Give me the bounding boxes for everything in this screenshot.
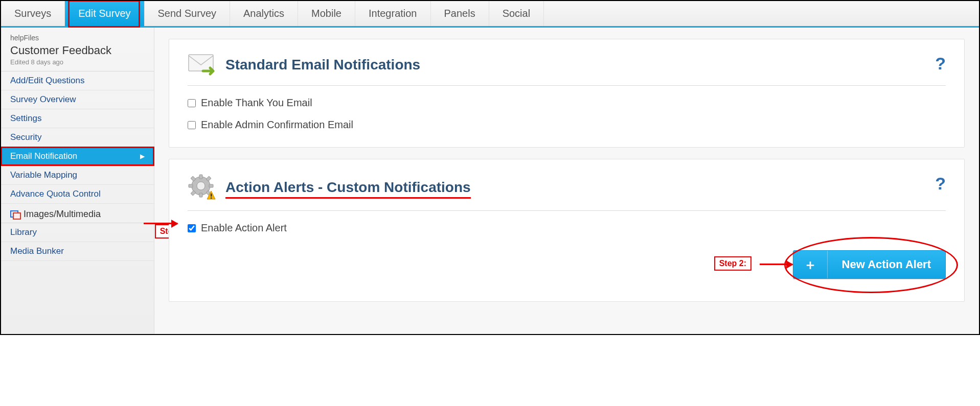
sidebar-item-settings[interactable]: Settings (1, 109, 154, 128)
app-frame: Surveys Edit Survey Send Survey Analytic… (0, 0, 980, 335)
sidebar-sub: Edited 8 days ago (10, 58, 145, 66)
tab-label: Integration (369, 8, 417, 19)
sidebar-title: Customer Feedback (10, 44, 145, 57)
sidebar-item-media-bunker[interactable]: Media Bunker (1, 242, 154, 261)
sidebar-small-text: helpFiles (10, 34, 145, 42)
svg-rect-5 (209, 184, 213, 187)
new-action-alert-button[interactable]: ＋ New Action Alert (793, 250, 946, 279)
body: helpFiles Customer Feedback Edited 8 day… (1, 28, 979, 334)
enable-action-alert-label: Enable Action Alert (201, 222, 287, 234)
sidebar-item-label: Library (10, 227, 37, 237)
main-content: Standard Email Notifications ? Enable Th… (154, 28, 979, 334)
sidebar-item-label: Media Bunker (10, 246, 64, 256)
panel-title: Standard Email Notifications (225, 57, 420, 73)
annotation-red-underline (225, 197, 471, 199)
sidebar-section-label: Images/Multimedia (24, 209, 101, 220)
tab-label: Edit Survey (78, 8, 130, 19)
sidebar-item-advance-quota[interactable]: Advance Quota Control (1, 185, 154, 204)
images-icon (10, 210, 19, 219)
tab-label: Social (503, 8, 530, 19)
tab-send-survey[interactable]: Send Survey (145, 1, 231, 26)
annotation-arrow-step2 (760, 264, 792, 265)
annotation-step2-label: Step 2: (714, 256, 751, 271)
tab-edit-survey[interactable]: Edit Survey (65, 1, 144, 26)
sidebar-item-label: Survey Overview (10, 94, 76, 105)
tab-label: Surveys (14, 8, 51, 19)
sidebar-item-overview[interactable]: Survey Overview (1, 90, 154, 109)
help-icon[interactable]: ? (935, 54, 946, 74)
sidebar-item-label: Advance Quota Control (10, 189, 101, 199)
new-action-alert-label: New Action Alert (828, 251, 945, 278)
thank-you-checkbox[interactable] (188, 99, 196, 107)
sidebar-item-label: Email Notification (10, 151, 77, 161)
panel-title: Action Alerts - Custom Notifications (225, 179, 471, 196)
tab-surveys[interactable]: Surveys (1, 1, 65, 26)
sidebar-item-library[interactable]: Library Step 1: (1, 223, 154, 242)
tab-mobile[interactable]: Mobile (298, 1, 355, 26)
panel-action-alerts: Action Alerts - Custom Notifications ? E… (169, 159, 965, 302)
help-icon[interactable]: ? (935, 174, 946, 194)
panel-standard-email: Standard Email Notifications ? Enable Th… (169, 39, 965, 148)
panel-head: Standard Email Notifications ? (188, 54, 946, 86)
svg-rect-13 (211, 198, 212, 199)
sidebar-item-label: Security (10, 132, 41, 142)
annotation-arrow-step1 (144, 223, 177, 224)
tab-integration[interactable]: Integration (355, 1, 431, 26)
sidebar-section-media: Images/Multimedia (1, 204, 154, 223)
thank-you-label: Enable Thank You Email (201, 97, 312, 109)
tab-social[interactable]: Social (489, 1, 544, 26)
tab-label: Send Survey (158, 8, 217, 19)
tab-panels[interactable]: Panels (431, 1, 489, 26)
svg-rect-3 (199, 193, 202, 197)
sidebar-item-label: Settings (10, 113, 41, 124)
enable-action-alert-row: Enable Action Alert (188, 222, 946, 234)
sidebar-item-label: Variable Mapping (10, 170, 77, 180)
sidebar-item-add-edit[interactable]: Add/Edit Questions (1, 71, 154, 90)
admin-label: Enable Admin Confirmation Email (201, 119, 353, 131)
chevron-right-icon: ▶ (140, 153, 145, 160)
tab-analytics[interactable]: Analytics (230, 1, 298, 26)
top-tabs: Surveys Edit Survey Send Survey Analytic… (1, 1, 979, 28)
panel-head: Action Alerts - Custom Notifications ? (188, 174, 946, 211)
panel2-footer: Step 2: ＋ New Action Alert (188, 244, 946, 285)
sidebar: helpFiles Customer Feedback Edited 8 day… (1, 28, 154, 334)
admin-row: Enable Admin Confirmation Email (188, 119, 946, 131)
sidebar-item-security[interactable]: Security (1, 128, 154, 147)
plus-icon: ＋ (793, 251, 828, 278)
tab-label: Analytics (243, 8, 284, 19)
sidebar-item-variable-mapping[interactable]: Variable Mapping (1, 166, 154, 185)
envelope-icon (188, 54, 216, 76)
gear-warning-icon (188, 174, 216, 201)
svg-point-10 (197, 182, 205, 190)
sidebar-header: helpFiles Customer Feedback Edited 8 day… (1, 28, 154, 71)
tab-label: Mobile (311, 8, 341, 19)
tab-label: Panels (444, 8, 475, 19)
sidebar-item-email-notification[interactable]: Email Notification ▶ (1, 147, 154, 166)
svg-rect-4 (189, 184, 193, 187)
enable-action-alert-checkbox[interactable] (188, 224, 196, 232)
svg-rect-12 (211, 194, 212, 197)
thank-you-row: Enable Thank You Email (188, 97, 946, 109)
panel-title-text: Action Alerts - Custom Notifications (225, 179, 471, 195)
sidebar-item-label: Add/Edit Questions (10, 76, 85, 86)
admin-checkbox[interactable] (188, 121, 196, 129)
svg-rect-2 (199, 175, 202, 179)
